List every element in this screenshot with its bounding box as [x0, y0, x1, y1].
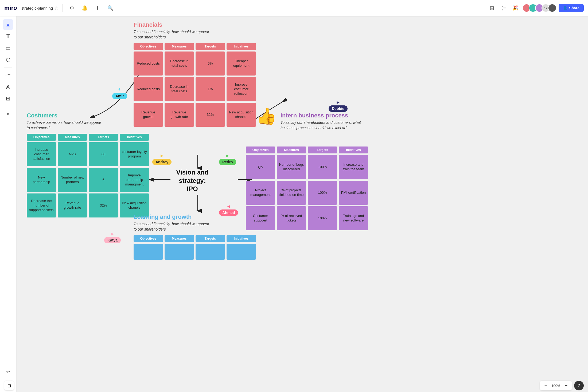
- ahmed-cursor-arrow: ◀: [227, 204, 230, 208]
- fin-r1-tar[interactable]: 6%: [196, 52, 225, 76]
- fin-r2-tar[interactable]: 1%: [196, 77, 225, 101]
- text-tool[interactable]: T: [3, 31, 13, 42]
- avatar: [548, 4, 556, 12]
- more-tools[interactable]: »: [3, 108, 13, 119]
- fin-r2-mea[interactable]: Decrease in total costs: [165, 77, 194, 101]
- learn-r1-tar[interactable]: [196, 244, 225, 260]
- notifications-icon[interactable]: 🔔: [80, 3, 89, 13]
- learn-r1-mea[interactable]: [165, 244, 194, 260]
- int-r3-mea[interactable]: % of received tickets: [277, 206, 306, 230]
- sidebar-toggle[interactable]: ⊡: [4, 381, 14, 390]
- cust-r2-tar[interactable]: 6: [89, 168, 118, 192]
- learn-header-targets: Targets: [196, 235, 225, 242]
- intern-table: Objectives Measures Targets Initiatives …: [246, 146, 368, 230]
- bottom-right: − 100% + ?: [540, 381, 584, 390]
- help-button[interactable]: ?: [574, 381, 584, 390]
- star-icon[interactable]: ☆: [54, 6, 58, 11]
- int-header-measures: Measures: [277, 146, 306, 153]
- learn-header-measures: Measures: [165, 235, 194, 242]
- customers-section: Costumers To achieve our vision, how sho…: [27, 112, 149, 219]
- fin-r3-tar[interactable]: 32%: [196, 103, 225, 127]
- avatar-group: 12: [522, 4, 556, 12]
- learn-header-objectives: Objectives: [134, 235, 163, 242]
- board-name: strategic-planning ☆: [21, 6, 58, 11]
- katya-label: Katya: [104, 237, 121, 243]
- cust-r2-ini[interactable]: Improve partnership managment: [120, 168, 149, 192]
- cust-r1-ini[interactable]: costumer loyalty program: [120, 142, 149, 166]
- learn-r1-ini[interactable]: [227, 244, 256, 260]
- learn-row-1: [134, 244, 256, 260]
- fin-r2-ini[interactable]: Improve costumer reflection: [227, 77, 256, 101]
- fin-r1-mea[interactable]: Decrease in total costs: [165, 52, 194, 76]
- vision-title: Vision and strategy:IPO: [166, 168, 219, 193]
- undo-icon[interactable]: ↩: [3, 366, 13, 377]
- fin-row-3: Revenue growth Revenue growth rate 32% N…: [134, 103, 256, 127]
- cust-header-objectives: Objectives: [27, 134, 56, 141]
- int-r2-ini[interactable]: PMI certification: [339, 181, 368, 205]
- cust-r1-tar[interactable]: 68: [89, 142, 118, 166]
- int-row-2: Project management % of projects finishe…: [246, 181, 368, 205]
- user-ahmed: ◀ Ahmed: [219, 204, 238, 216]
- int-r1-tar[interactable]: 100%: [308, 155, 337, 179]
- int-r1-ini[interactable]: Increase and train the team: [339, 155, 368, 179]
- learn-r1-obj[interactable]: [134, 244, 163, 260]
- user-andrey: ▶ Andrey: [152, 153, 172, 165]
- cust-r2-obj[interactable]: New partnership: [27, 168, 56, 192]
- zoom-controls: − 100% +: [540, 381, 572, 390]
- grid-layout-icon[interactable]: ⊞: [487, 3, 497, 13]
- financials-table: Objectives Measures Targets Initiatives …: [134, 43, 256, 127]
- line-tool[interactable]: ∕: [1, 68, 16, 83]
- int-header-objectives: Objectives: [246, 146, 275, 153]
- int-r1-obj[interactable]: QA: [246, 155, 275, 179]
- topbar-right: ⊞ ⟨≡ 🎉 12 👤 Share: [487, 3, 584, 13]
- int-r3-tar[interactable]: 100%: [308, 206, 337, 230]
- zoom-level: 100%: [551, 384, 561, 388]
- cust-r2-mea[interactable]: Number of new partners: [58, 168, 87, 192]
- miro-logo: miro: [4, 5, 17, 11]
- cust-r3-tar[interactable]: 32%: [89, 193, 118, 217]
- cust-r1-obj[interactable]: Increase costumer satisfaction: [27, 142, 56, 166]
- sticky-tool[interactable]: ▭: [3, 43, 13, 53]
- fin-r3-mea[interactable]: Revenue growth rate: [165, 103, 194, 127]
- fin-r2-obj[interactable]: Reduced costs: [134, 77, 163, 101]
- frame-tool[interactable]: ⊞: [3, 93, 13, 104]
- filter-icon[interactable]: ⟨≡: [499, 3, 508, 13]
- search-icon[interactable]: 🔍: [106, 3, 115, 13]
- share-board-icon[interactable]: ⬆: [93, 3, 102, 13]
- bottom-left: ⊡: [4, 381, 14, 390]
- int-r2-tar[interactable]: 100%: [308, 181, 337, 205]
- celebrate-icon[interactable]: 🎉: [511, 3, 520, 13]
- cust-r3-mea[interactable]: Revenue growth rate: [58, 193, 87, 217]
- user-amir: ✈ Amir: [112, 87, 127, 99]
- settings-icon[interactable]: ⚙: [67, 3, 77, 13]
- int-r3-ini[interactable]: Trainings and new software: [339, 206, 368, 230]
- shape-tool[interactable]: ⬡: [3, 54, 13, 65]
- fin-header-targets: Targets: [196, 43, 225, 50]
- cust-row-3: Decrease the number of support sockets R…: [27, 193, 149, 217]
- intern-header-row: Objectives Measures Targets Initiatives: [246, 146, 368, 153]
- draw-tool[interactable]: A: [3, 81, 13, 92]
- share-button[interactable]: 👤 Share: [559, 4, 584, 12]
- fin-r1-obj[interactable]: Reduced costs: [134, 52, 163, 76]
- int-r2-mea[interactable]: % of projects finished on time: [277, 181, 306, 205]
- int-r1-mea[interactable]: Number of bugs discovered: [277, 155, 306, 179]
- fin-header-objectives: Objectives: [134, 43, 163, 50]
- amir-cursor-arrow: ✈: [118, 87, 121, 92]
- int-r2-obj[interactable]: Project management: [246, 181, 275, 205]
- cust-r1-mea[interactable]: NPS: [58, 142, 87, 166]
- zoom-out-button[interactable]: −: [542, 382, 550, 389]
- intern-section: 👍 Intern business process To satisfy our…: [246, 112, 368, 232]
- vision-section: Vision and strategy:IPO: [166, 168, 219, 193]
- debbie-label: Debbie: [329, 105, 348, 112]
- financials-header-row: Objectives Measures Targets Initiatives: [134, 43, 256, 50]
- cust-header-initiatives: Initiatives: [120, 134, 149, 141]
- cust-r3-obj[interactable]: Decrease the number of support sockets: [27, 193, 56, 217]
- fin-r1-ini[interactable]: Cheaper equipment: [227, 52, 256, 76]
- cursor-tool[interactable]: ▲: [3, 19, 13, 30]
- zoom-in-button[interactable]: +: [562, 382, 570, 389]
- learning-subtitle: To succeed financially, how should we ap…: [134, 221, 256, 232]
- user-debbie: ▶ Debbie: [329, 100, 348, 112]
- int-row-3: Costumer suppoert % of received tickets …: [246, 206, 368, 230]
- canvas[interactable]: Financials To succeed financially, how s…: [16, 16, 588, 392]
- fin-row-2: Reduced costs Decrease in total costs 1%…: [134, 77, 256, 101]
